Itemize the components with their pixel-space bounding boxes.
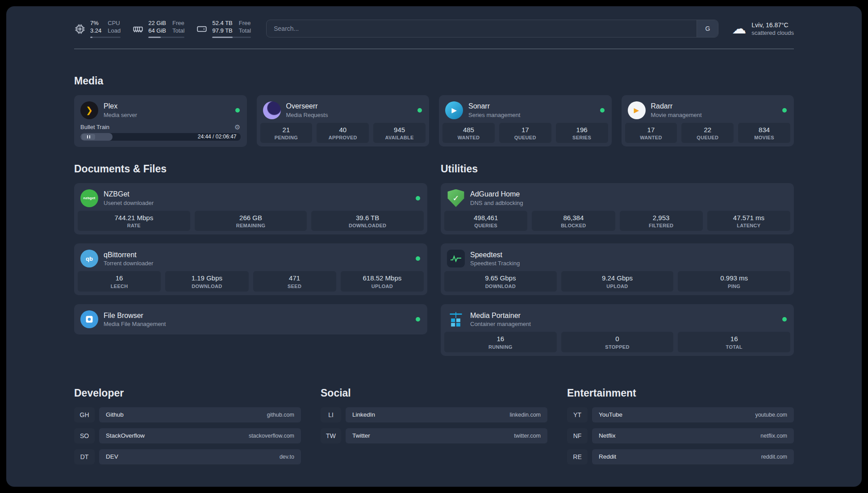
- memory-widget: 22 GiB 64 GiB Free Total: [132, 20, 184, 38]
- bookmark-url: netflix.com: [760, 433, 787, 439]
- stat-label: SERIES: [558, 135, 606, 140]
- stat-label: DOWNLOADED: [313, 223, 422, 228]
- stat-label: WANTED: [627, 135, 676, 140]
- stat-tile: 0 STOPPED: [561, 332, 674, 352]
- service-desc: Movie management: [651, 112, 702, 118]
- service-card-adguard[interactable]: ✓ AdGuard Home DNS and adblocking 498,46…: [441, 183, 794, 235]
- service-card-overseerr[interactable]: Overseerr Media Requests 21 PENDING 40 A…: [257, 95, 430, 147]
- service-desc: Torrent downloader: [104, 260, 153, 267]
- status-dot: [235, 108, 240, 113]
- bookmark-stackoverflow[interactable]: SO StackOverflow stackoverflow.com: [74, 428, 301, 443]
- section-utilities: Utilities ✓ AdGuard Home DNS and adblock…: [441, 163, 794, 356]
- stat-tile: 16 LEECH: [78, 271, 161, 292]
- stat-value: 196: [558, 126, 606, 134]
- service-card-speedtest[interactable]: Speedtest Speedtest Tracking 9.65 Gbps D…: [441, 243, 794, 295]
- top-bar: 7% 3.24 CPU Load: [74, 20, 794, 38]
- stat-label: AVAILABLE: [375, 135, 424, 140]
- section-title-utilities: Utilities: [441, 163, 794, 175]
- bookmark-name: Netflix: [599, 432, 616, 439]
- service-card-nzbget[interactable]: nzbget NZBGet Usenet downloader 744.21 M…: [74, 183, 427, 235]
- bookmark-abbr[interactable]: RE: [567, 449, 588, 464]
- search-input[interactable]: [267, 20, 697, 37]
- section-documents: Documents & Files nzbget NZBGet Usenet d…: [74, 163, 427, 335]
- stat-label: RATE: [79, 223, 188, 228]
- stat-value: 834: [740, 126, 789, 134]
- service-card-radarr[interactable]: ▶ Radarr Movie management 17 WANTED 22 Q…: [622, 95, 794, 147]
- stat-label: WANTED: [444, 135, 493, 140]
- stat-tile: 0.993 ms PING: [678, 271, 790, 292]
- stat-label: TOTAL: [680, 344, 789, 350]
- bookmark-github[interactable]: GH Github github.com: [74, 407, 301, 422]
- stat-label: PING: [680, 284, 789, 289]
- bookmark-abbr[interactable]: TW: [321, 428, 341, 443]
- service-card-qbittorrent[interactable]: qb qBittorrent Torrent downloader 16 LEE…: [74, 243, 427, 295]
- bookmark-dev[interactable]: DT DEV dev.to: [74, 449, 301, 464]
- resource-widgets: 7% 3.24 CPU Load: [74, 20, 251, 38]
- gear-icon[interactable]: ⚙: [234, 124, 240, 130]
- bookmark-reddit[interactable]: RE Reddit reddit.com: [567, 449, 794, 464]
- stat-label: STOPPED: [563, 344, 672, 350]
- stat-tile: 1.19 Gbps DOWNLOAD: [165, 271, 248, 292]
- service-name: Sonarr: [468, 102, 520, 110]
- stat-value: 618.52 Mbps: [342, 274, 422, 283]
- disk-free-value: 52.4 TB: [212, 20, 232, 27]
- service-card-portainer[interactable]: Media Portainer Container management 16 …: [441, 304, 794, 356]
- bookmark-abbr[interactable]: LI: [321, 407, 341, 422]
- stat-value: 21: [262, 126, 311, 134]
- stat-tile: 2,953 FILTERED: [620, 211, 703, 231]
- stat-label: REMAINING: [196, 223, 305, 228]
- bookmark-abbr[interactable]: GH: [74, 407, 95, 422]
- bookmark-linkedin[interactable]: LI LinkedIn linkedin.com: [321, 407, 547, 422]
- status-dot: [416, 317, 420, 322]
- bookmark-name: YouTube: [599, 411, 622, 418]
- service-card-filebrowser[interactable]: File Browser Media File Management: [74, 304, 427, 334]
- stat-tile: 17 WANTED: [625, 123, 677, 143]
- playback-time: 24:44 / 02:06:47: [198, 134, 241, 140]
- stat-tile: 266 GB REMAINING: [195, 211, 307, 231]
- service-name: Radarr: [651, 102, 702, 110]
- bookmark-youtube[interactable]: YT YouTube youtube.com: [567, 407, 794, 422]
- memory-usage-bar: [148, 37, 184, 38]
- stat-tile: 485 WANTED: [442, 123, 495, 143]
- bookmark-url: stackoverflow.com: [249, 433, 294, 439]
- bookmark-name: Reddit: [599, 453, 616, 460]
- playback-progress-bar[interactable]: 24:44 / 02:06:47: [80, 133, 241, 141]
- bookmark-twitter[interactable]: TW Twitter twitter.com: [321, 428, 547, 443]
- stat-value: 16: [680, 335, 789, 343]
- section-title-documents: Documents & Files: [74, 163, 427, 175]
- service-desc: Media Requests: [286, 112, 328, 118]
- portainer-icon: [447, 310, 465, 328]
- stat-label: MOVIES: [740, 135, 789, 140]
- stat-tile: 744.21 Mbps RATE: [78, 211, 190, 231]
- cpu-label: CPU: [108, 20, 121, 27]
- bookmark-url: youtube.com: [755, 412, 787, 418]
- stat-label: DOWNLOAD: [446, 284, 555, 289]
- stat-label: LEECH: [79, 284, 159, 289]
- bookmark-abbr[interactable]: YT: [567, 407, 588, 422]
- pause-icon[interactable]: [82, 134, 95, 140]
- disk-free-label: Free: [239, 20, 251, 27]
- bookmark-netflix[interactable]: NF Netflix netflix.com: [567, 428, 794, 443]
- search-provider-button[interactable]: G: [697, 20, 718, 37]
- stat-value: 945: [375, 126, 424, 134]
- stat-label: FILTERED: [622, 223, 701, 228]
- disk-widget: 52.4 TB 97.9 TB Free Total: [196, 20, 251, 38]
- stat-value: 0: [563, 335, 672, 343]
- stat-tile: 40 APPROVED: [317, 123, 369, 143]
- header-divider: [74, 49, 794, 49]
- status-dot: [600, 108, 605, 113]
- stat-value: 16: [446, 335, 555, 343]
- bookmark-abbr[interactable]: NF: [567, 428, 588, 443]
- bookmark-abbr[interactable]: SO: [74, 428, 95, 443]
- service-name: NZBGet: [104, 190, 154, 198]
- status-dot: [782, 108, 787, 113]
- bookmark-url: twitter.com: [514, 433, 541, 439]
- section-title-entertainment: Entertainment: [567, 387, 794, 399]
- section-title-developer: Developer: [74, 387, 301, 399]
- service-card-plex[interactable]: ❯ Plex Media server Bullet Train ⚙: [74, 95, 247, 147]
- section-media: Media ❯ Plex Media server Bullet Train ⚙: [74, 75, 794, 147]
- status-dot: [782, 317, 787, 322]
- qbittorrent-icon: qb: [80, 250, 98, 267]
- service-card-sonarr[interactable]: ▶ Sonarr Series management 485 WANTED 17…: [439, 95, 612, 147]
- bookmark-abbr[interactable]: DT: [74, 449, 95, 464]
